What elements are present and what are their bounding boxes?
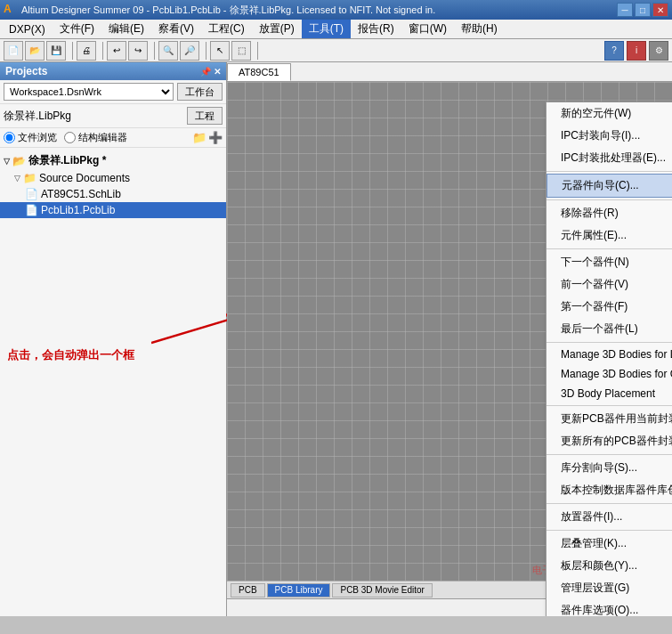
toolbar-help-btn[interactable]: ? [604,41,624,61]
toolbar-sep2 [100,42,103,60]
menu-comp-lib-opts[interactable]: 器件库选项(O)... [547,599,672,616]
project-label: 徐景祥.LibPkg [4,109,183,124]
menu-last-comp[interactable]: 最后一个器件(L) [547,318,672,340]
expand-source-icon: ▽ [14,174,20,183]
tree-item-root[interactable]: ▽ 📂 徐景祥.LibPkg * [0,151,226,170]
dropdown-sep6 [547,454,672,455]
minimize-button[interactable]: ─ [617,3,633,17]
pcb-file-icon: 📄 [25,204,38,216]
panel-pin-icon[interactable]: 📌 [200,67,211,77]
menu-ipc-wizard[interactable]: IPC封装向导(I)... [547,125,672,147]
add-icon[interactable]: ➕ [208,131,223,144]
toolbar-config-btn[interactable]: ⚙ [649,41,668,61]
app-icon: A [4,3,18,17]
tree-item-source[interactable]: ▽ 📁 Source Documents [0,170,226,186]
toolbar-sep4 [203,42,206,60]
dropdown-sep5 [547,405,672,406]
menu-project[interactable]: 工程(C) [201,20,252,38]
menu-place-comp[interactable]: 放置器件(I)... [547,506,672,528]
sch-file-icon: 📄 [25,188,38,200]
menu-3d-placement[interactable]: 3D Body Placement ▶ [547,384,672,403]
tree-item-root-label: 徐景祥.LibPkg * [28,153,106,168]
menu-window[interactable]: 窗口(W) [401,20,454,38]
menu-file[interactable]: 文件(F) [53,20,101,38]
workspace-row: Workspace1.DsnWrk 工作台 [0,80,226,104]
toolbar-redo[interactable]: ↪ [128,41,148,61]
tools-dropdown-menu: 新的空元件(W) IPC封装向导(I)... IPC封装批处理器(E)... 元… [546,102,672,616]
menu-manage-3d-lib[interactable]: Manage 3D Bodies for Library... [547,345,672,364]
menu-dxp[interactable]: DXP(X) [2,20,53,38]
source-folder-icon: 📁 [23,172,36,184]
project-button[interactable]: 工程 [187,107,223,125]
folder-icon[interactable]: 📁 [192,131,206,144]
toolbar-sep5 [255,42,258,60]
menu-help[interactable]: 帮助(H) [454,20,505,38]
menu-view[interactable]: 察看(V) [151,20,201,38]
close-button[interactable]: ✕ [652,3,668,17]
menu-manage-settings[interactable]: 管理层设置(G) ▶ [547,577,672,599]
menu-ipc-batch[interactable]: IPC封装批处理器(E)... [547,147,672,169]
toolbar: 📄 📂 💾 🖨 ↩ ↪ 🔍 🔎 ↖ ⬚ ? i ⚙ [0,39,672,62]
toolbar-select[interactable]: ↖ [210,41,230,61]
menu-split-wizard[interactable]: 库分割向导(S)... [547,457,672,479]
view-icons: 📁 ➕ [192,131,223,144]
bottom-tab-3dmovie[interactable]: PCB 3D Movie Editor [332,583,432,597]
toolbar-print[interactable]: 🖨 [77,41,96,61]
menu-comp-props[interactable]: 元件属性(E)... [547,224,672,247]
menu-update-all-pcb[interactable]: 更新所有的PCB器件封装(A) [547,430,672,452]
menu-version-ctrl[interactable]: 版本控制数据库器件库创建器... [547,479,672,501]
toolbar-zoom-in[interactable]: 🔍 [158,41,178,61]
menu-place[interactable]: 放置(P) [252,20,302,38]
folder-open-icon: 📂 [12,155,26,167]
menu-remove-comp[interactable]: 移除器件(R) [547,202,672,224]
title-bar: A Altium Designer Summer 09 - PcbLib1.Pc… [0,0,672,20]
dropdown-sep1 [547,171,672,172]
struct-editor-label: 结构编辑器 [78,131,127,144]
menu-comp-wizard[interactable]: 元器件向导(C)... [547,174,672,198]
menu-edit[interactable]: 编辑(E) [101,20,151,38]
maximize-button[interactable]: □ [635,3,651,17]
tree-item-pcb[interactable]: 📄 PcbLib1.PcbLib [0,202,226,218]
dropdown-sep7 [547,503,672,504]
content-tabs: AT89C51 [227,62,672,82]
menu-tools[interactable]: 工具(T) [302,20,351,38]
tree-item-source-label: Source Documents [39,172,130,184]
toolbar-info-btn[interactable]: i [627,41,646,61]
menu-bar: DXP(X) 文件(F) 编辑(E) 察看(V) 工程(C) 放置(P) 工具(… [0,20,672,39]
panel-header-icons: 📌 ✕ [200,67,221,77]
menu-new-blank[interactable]: 新的空元件(W) [547,102,672,125]
panel-header: Projects 📌 ✕ [0,62,226,80]
struct-editor-radio[interactable]: 结构编辑器 [64,131,127,144]
bottom-tab-pcb[interactable]: PCB [231,583,265,597]
tree-item-sch[interactable]: 📄 AT89C51.SchLib [0,186,226,202]
menu-next-comp[interactable]: 下一个器件(N) Alt+Right [547,251,672,273]
project-row: 徐景祥.LibPkg 工程 [0,104,226,128]
menu-reports[interactable]: 报告(R) [351,20,401,38]
window-controls: ─ □ ✕ [617,3,668,17]
toolbar-zoom-out[interactable]: 🔎 [180,41,199,61]
dropdown-sep4 [547,342,672,343]
project-tree: ▽ 📂 徐景祥.LibPkg * ▽ 📁 Source Documents 📄 … [0,148,226,616]
bottom-tab-pcblib[interactable]: PCB Library [267,583,331,597]
toolbar-open[interactable]: 📂 [25,41,45,61]
toolbar-save[interactable]: 💾 [46,41,66,61]
toolbar-new[interactable]: 📄 [4,41,23,61]
menu-update-pcb[interactable]: 更新PCB器件用当前封装(U) [547,408,672,430]
panel-close-icon[interactable]: ✕ [214,67,221,77]
tree-item-sch-label: AT89C51.SchLib [41,188,121,200]
content-area: AT89C51 新的空元件(W) IPC封装向导(I)... IPC封装批处理器… [227,62,672,616]
toolbar-deselect[interactable]: ⬚ [231,41,251,61]
menu-manage-3d-cur[interactable]: Manage 3D Bodies for Current Component..… [547,364,672,384]
workspace-dropdown[interactable]: Workspace1.DsnWrk [4,83,174,101]
workspace-button[interactable]: 工作台 [177,83,223,101]
toolbar-sep3 [151,42,155,60]
dropdown-sep3 [547,248,672,249]
content-tab-pcblib[interactable]: AT89C51 [227,63,291,81]
menu-first-comp[interactable]: 第一个器件(F) [547,296,672,318]
menu-board-color[interactable]: 板层和颜色(Y)... [547,555,672,577]
view-tab-row: 文件浏览 结构编辑器 📁 ➕ [0,128,226,148]
menu-layer-mgmt[interactable]: 层叠管理(K)... [547,532,672,555]
toolbar-undo[interactable]: ↩ [107,41,126,61]
file-browse-radio[interactable]: 文件浏览 [4,131,57,144]
menu-prev-comp[interactable]: 前一个器件(V) Alt+Left [547,273,672,296]
